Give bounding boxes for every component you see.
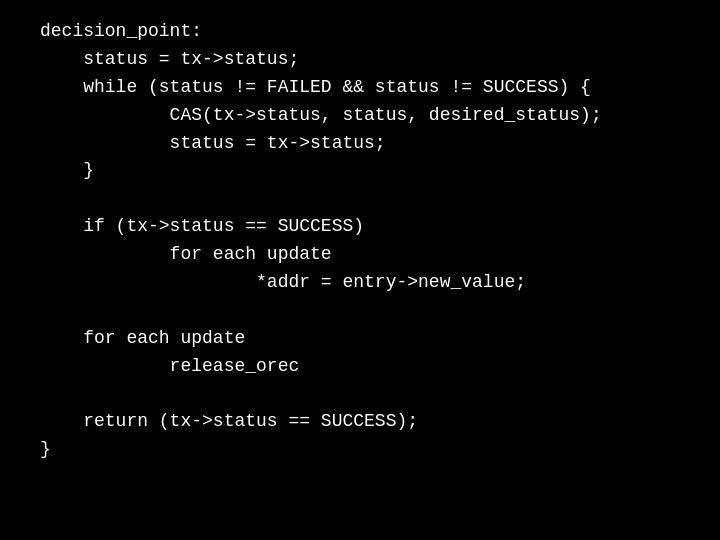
code-block: decision_point: status = tx->status; whi… <box>0 0 720 540</box>
